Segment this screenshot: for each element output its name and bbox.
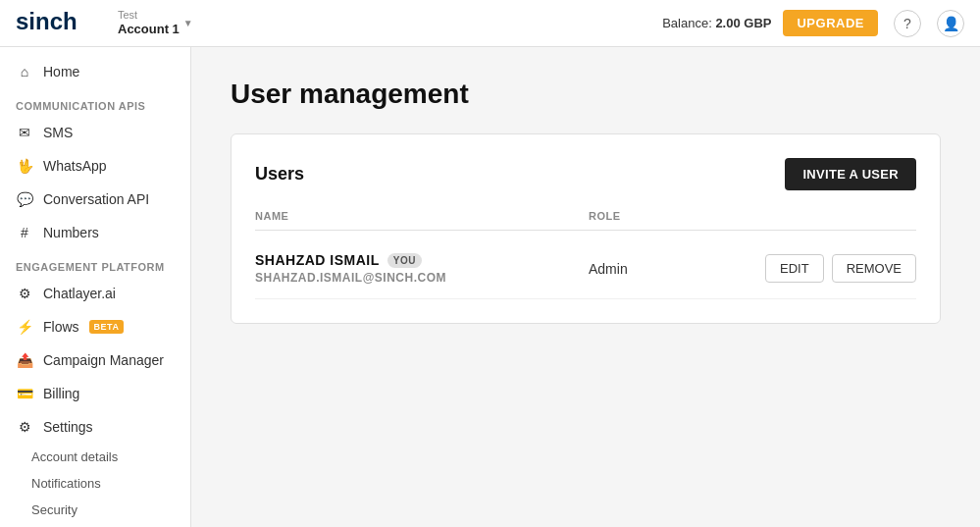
sidebar-sub-notifications[interactable]: Notifications — [0, 470, 190, 497]
table-header: NAME ROLE — [255, 210, 916, 231]
numbers-label: Numbers — [43, 225, 99, 240]
conversation-icon: 💬 — [16, 190, 33, 208]
campaign-icon: 📤 — [16, 351, 33, 369]
account-name: Account 1 — [118, 22, 180, 37]
sidebar-item-billing[interactable]: 💳 Billing — [0, 377, 190, 410]
main-layout: ⌂ Home Communication APIs ✉ SMS 🖖 WhatsA… — [0, 47, 980, 527]
edit-user-button[interactable]: EDIT — [765, 254, 824, 283]
user-role: Admin — [589, 261, 779, 277]
users-card-title: Users — [255, 164, 304, 184]
sidebar-item-numbers[interactable]: # Numbers — [0, 216, 190, 249]
col-actions-header — [779, 210, 916, 222]
flows-label: Flows — [43, 319, 79, 335]
sms-label: SMS — [43, 125, 73, 140]
sidebar-item-whatsapp[interactable]: 🖖 WhatsApp — [0, 149, 190, 183]
flows-icon: ⚡ — [16, 318, 33, 336]
user-profile-icon[interactable]: 👤 — [937, 10, 964, 37]
help-icon[interactable]: ? — [894, 10, 921, 37]
sidebar-sub-security[interactable]: Security — [0, 497, 190, 523]
numbers-icon: # — [16, 224, 33, 241]
user-email: shahzad.ismail@sinch.com — [255, 271, 589, 285]
sidebar-item-sms[interactable]: ✉ SMS — [0, 116, 190, 149]
header: sinch Test Account 1 ▼ Balance: 2.00 GBP… — [0, 0, 980, 47]
col-role-header: ROLE — [589, 210, 779, 222]
remove-user-button[interactable]: REMOVE — [832, 254, 916, 283]
logo[interactable]: sinch — [16, 8, 94, 38]
engage-section-label: Engagement Platform — [0, 249, 190, 277]
user-name-row: Shahzad Ismail You — [255, 252, 589, 268]
sidebar-item-chatlayer[interactable]: ⚙ Chatlayer.ai — [0, 277, 190, 310]
col-name-header: NAME — [255, 210, 589, 222]
users-card-header: Users INVITE A USER — [255, 158, 916, 190]
account-line1: Test — [118, 9, 180, 22]
balance-label: Balance: — [662, 16, 712, 30]
sms-icon: ✉ — [16, 124, 33, 141]
home-icon: ⌂ — [16, 63, 33, 80]
upgrade-button[interactable]: UPGRADE — [783, 10, 878, 36]
you-badge: You — [387, 253, 422, 268]
header-icons: ? 👤 — [894, 10, 964, 37]
settings-icon: ⚙ — [16, 418, 33, 436]
sidebar: ⌂ Home Communication APIs ✉ SMS 🖖 WhatsA… — [0, 47, 191, 527]
account-selector[interactable]: Test Account 1 ▼ — [118, 9, 193, 37]
campaign-label: Campaign Manager — [43, 352, 164, 368]
chevron-down-icon: ▼ — [183, 18, 193, 28]
user-actions: EDIT REMOVE — [779, 254, 916, 283]
billing-label: Billing — [43, 386, 79, 401]
identity-section-label: IDENTITY & ACCESS — [0, 523, 190, 527]
sidebar-sub-account-details[interactable]: Account details — [0, 444, 190, 470]
balance-display: Balance: 2.00 GBP — [662, 16, 771, 30]
users-card: Users INVITE A USER NAME ROLE Shahzad Is… — [231, 133, 941, 324]
user-info: Shahzad Ismail You shahzad.ismail@sinch.… — [255, 252, 589, 285]
whatsapp-label: WhatsApp — [43, 158, 107, 174]
sidebar-item-home[interactable]: ⌂ Home — [0, 55, 190, 88]
page-title: User management — [231, 79, 941, 110]
beta-badge: BETA — [89, 320, 125, 334]
comm-section-label: Communication APIs — [0, 88, 190, 116]
content-area: User management Users INVITE A USER NAME… — [191, 47, 980, 527]
sidebar-item-flows[interactable]: ⚡ Flows BETA — [0, 310, 190, 343]
balance-value: 2.00 GBP — [715, 16, 771, 30]
table-row: Shahzad Ismail You shahzad.ismail@sinch.… — [255, 238, 916, 299]
billing-icon: 💳 — [16, 385, 33, 402]
chatlayer-icon: ⚙ — [16, 285, 33, 302]
sidebar-item-campaign[interactable]: 📤 Campaign Manager — [0, 343, 190, 377]
sidebar-item-settings[interactable]: ⚙ Settings — [0, 410, 190, 444]
conversation-label: Conversation API — [43, 191, 149, 207]
chatlayer-label: Chatlayer.ai — [43, 286, 116, 301]
sidebar-home-label: Home — [43, 64, 79, 79]
invite-user-button[interactable]: INVITE A USER — [785, 158, 916, 190]
settings-label: Settings — [43, 419, 93, 435]
user-name: Shahzad Ismail — [255, 252, 380, 268]
svg-text:sinch: sinch — [16, 8, 77, 34]
sidebar-item-conversation-api[interactable]: 💬 Conversation API — [0, 183, 190, 216]
whatsapp-icon: 🖖 — [16, 157, 33, 175]
